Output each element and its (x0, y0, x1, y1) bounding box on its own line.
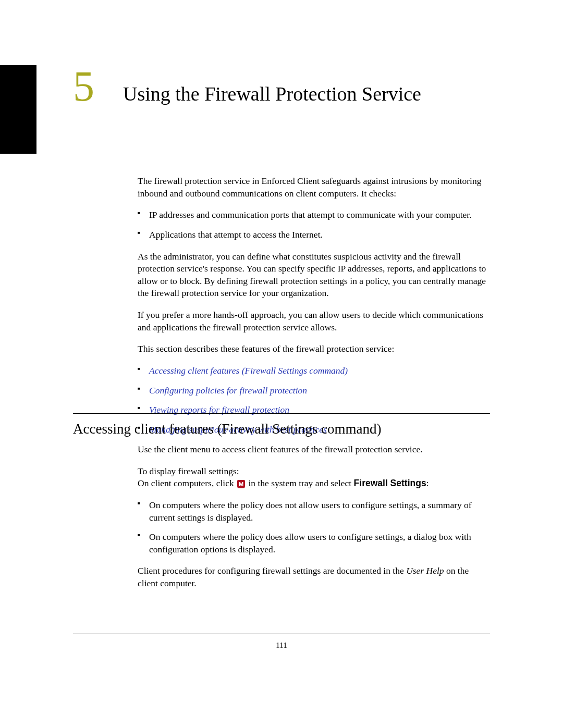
chapter-title: Using the Firewall Protection Service (123, 82, 421, 106)
firewall-settings-label: Firewall Settings (354, 478, 426, 488)
topic-link[interactable]: Accessing client features (Firewall Sett… (149, 365, 348, 376)
section-para-3: Client procedures for configuring firewa… (138, 565, 490, 589)
instruction-line-2-end: : (426, 478, 429, 488)
section-accessing-client-features: Accessing client features (Firewall Sett… (73, 398, 490, 599)
instruction-line-2-after: in the system tray and select (246, 478, 354, 488)
intro-bullet-list: IP addresses and communication ports tha… (138, 209, 490, 241)
intro-bullet: IP addresses and communication ports tha… (138, 209, 490, 221)
intro-bullet: Applications that attempt to access the … (138, 229, 490, 241)
section-heading: Accessing client features (Firewall Sett… (73, 421, 490, 437)
page-number: 111 (0, 641, 563, 650)
mcafee-tray-icon: M (237, 480, 245, 488)
footer-rule (73, 634, 490, 634)
section-header-rule: Accessing client features (Firewall Sett… (73, 413, 490, 437)
p3-before: Client procedures for configuring firewa… (138, 565, 406, 576)
intro-para-4: This section describes these features of… (138, 343, 490, 355)
section-para-2: To display firewall settings: On client … (138, 465, 490, 490)
instruction-line-1: To display firewall settings: (138, 466, 239, 476)
chapter-header: 5 Using the Firewall Protection Service (73, 65, 490, 108)
topic-link[interactable]: Configuring policies for firewall protec… (149, 385, 307, 396)
list-item: Configuring policies for firewall protec… (138, 385, 490, 397)
intro-para-3: If you prefer a more hands-off approach,… (138, 309, 490, 334)
section-bullet: On computers where the policy does allow… (138, 531, 490, 556)
instruction-line-2-before: On client computers, click (138, 478, 236, 488)
intro-para-1: The firewall protection service in Enfor… (138, 175, 490, 200)
chapter-sidebar-block (0, 65, 36, 154)
user-help-reference: User Help (406, 565, 444, 576)
section-bullet-list: On computers where the policy does not a… (138, 499, 490, 556)
section-para-1: Use the client menu to access client fea… (138, 443, 490, 456)
section-bullet: On computers where the policy does not a… (138, 499, 490, 524)
list-item: Accessing client features (Firewall Sett… (138, 365, 490, 377)
intro-para-2: As the administrator, you can define wha… (138, 251, 490, 300)
chapter-number: 5 (73, 65, 94, 108)
